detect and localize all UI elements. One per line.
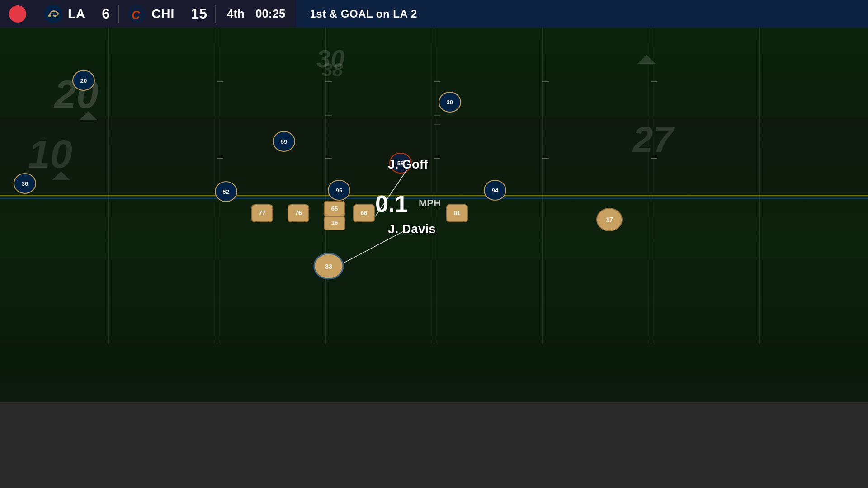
quarter-label: 4th bbox=[227, 7, 245, 21]
scorebar: LA 6 C CHI 15 4th 00:25 1st & GOAL on LA… bbox=[0, 0, 868, 28]
rams-logo bbox=[43, 4, 63, 24]
away-team-score: 6 bbox=[94, 5, 118, 22]
record-icon bbox=[9, 5, 26, 23]
situation-text: 1st & GOAL on LA 2 bbox=[310, 8, 417, 20]
record-button[interactable] bbox=[0, 0, 35, 28]
away-team-section: LA bbox=[35, 0, 94, 28]
clock-label: 00:25 bbox=[255, 7, 286, 21]
home-team-score: 15 bbox=[183, 5, 215, 22]
field: 20 10 30 38 27 20 39 36 52 95 94 bbox=[0, 28, 868, 452]
home-team-section: C CHI bbox=[119, 0, 183, 28]
svg-point-1 bbox=[48, 14, 51, 17]
svg-point-0 bbox=[44, 5, 62, 23]
field-background bbox=[0, 28, 868, 452]
game-info: 4th 00:25 bbox=[216, 7, 297, 21]
away-team-abbr: LA bbox=[68, 7, 85, 21]
bears-logo: C bbox=[127, 4, 147, 24]
home-team-abbr: CHI bbox=[151, 7, 175, 21]
situation-bar: 1st & GOAL on LA 2 bbox=[296, 0, 868, 28]
bottom-bar bbox=[0, 402, 868, 488]
svg-text:C: C bbox=[132, 8, 141, 22]
